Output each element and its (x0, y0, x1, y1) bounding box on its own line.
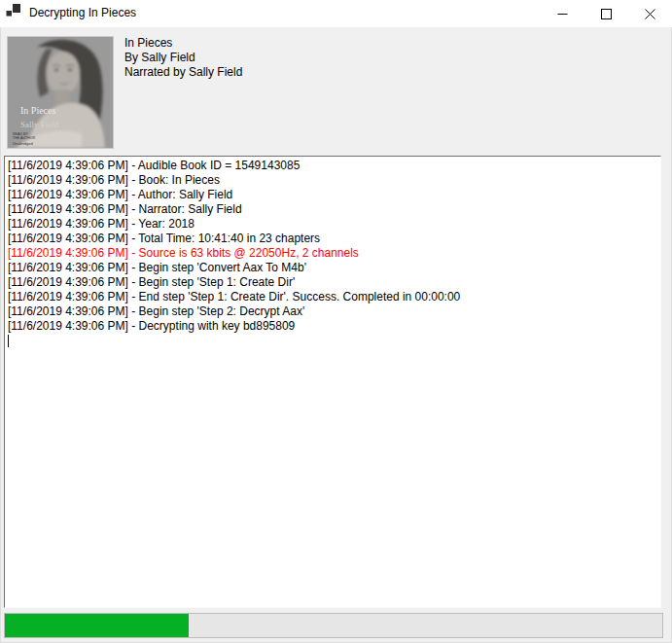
maximize-button[interactable] (584, 0, 628, 27)
app-icon (6, 4, 21, 18)
log-output[interactable]: [11/6/2019 4:39:06 PM] - Audible Book ID… (4, 156, 661, 608)
minimize-button[interactable] (541, 0, 584, 27)
app-window: Decrypting In Pieces (0, 0, 672, 643)
log-line: [11/6/2019 4:39:06 PM] - End step 'Step … (8, 290, 658, 304)
cover-author-text: Sally Field (20, 120, 59, 129)
book-author: By Sally Field (124, 51, 242, 65)
book-info: In Pieces By Sally Field Narrated by Sal… (124, 36, 242, 80)
maximize-icon (601, 9, 612, 19)
caption-buttons (541, 0, 672, 27)
window-title: Decrypting In Pieces (29, 0, 136, 27)
log-line-error: [11/6/2019 4:39:06 PM] - Source is 63 kb… (8, 246, 658, 261)
log-line: [11/6/2019 4:39:06 PM] - Decrypting with… (8, 319, 658, 334)
log-line: [11/6/2019 4:39:06 PM] - Begin step 'Con… (8, 261, 658, 275)
progress-fill (5, 614, 189, 637)
book-narrator: Narrated by Sally Field (124, 65, 242, 80)
cover-readby-line2: THE AUTHOR (13, 136, 36, 140)
text-caret (8, 335, 9, 347)
log-line: [11/6/2019 4:39:06 PM] - Book: In Pieces (8, 173, 658, 188)
log-line: [11/6/2019 4:39:06 PM] - Audible Book ID… (8, 159, 658, 173)
log-line: [11/6/2019 4:39:06 PM] - Begin step 'Ste… (8, 275, 658, 290)
titlebar[interactable]: Decrypting In Pieces (0, 0, 672, 27)
log-line: [11/6/2019 4:39:06 PM] - Year: 2018 (8, 217, 658, 232)
log-line: [11/6/2019 4:39:06 PM] - Total Time: 10:… (8, 232, 658, 246)
cover-title-text: In Pieces (20, 105, 55, 116)
log-line: [11/6/2019 4:39:06 PM] - Narrator: Sally… (8, 202, 658, 217)
log-line: [11/6/2019 4:39:06 PM] - Begin step 'Ste… (8, 304, 658, 319)
close-icon (645, 9, 655, 19)
progress-bar (4, 613, 663, 638)
close-button[interactable] (628, 0, 672, 27)
book-title: In Pieces (124, 36, 242, 51)
minimize-icon (557, 9, 568, 19)
book-cover-image: In Pieces Sally Field READ BY THE AUTHOR… (8, 37, 113, 148)
cover-edition-text: Unabridged (13, 141, 33, 146)
log-line: [11/6/2019 4:39:06 PM] - Author: Sally F… (8, 188, 658, 202)
